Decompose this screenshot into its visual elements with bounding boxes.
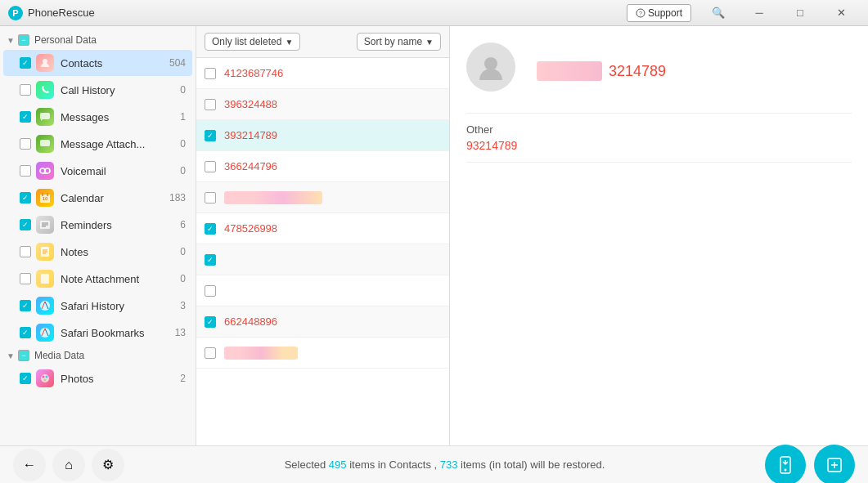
list-panel: Only list deleted ▼ Sort by name ▼ 41236…: [196, 26, 450, 445]
settings-button[interactable]: ⚙: [92, 449, 124, 481]
svg-point-7: [40, 168, 45, 173]
sidebar-section-media[interactable]: ▼ − Media Data: [0, 347, 196, 364]
messages-icon: [36, 108, 54, 126]
sidebar-item-call-history[interactable]: Call History 0: [3, 77, 192, 103]
call-history-check[interactable]: [20, 84, 31, 96]
personal-section-check[interactable]: −: [18, 34, 29, 46]
row-check[interactable]: [205, 285, 216, 297]
sidebar-item-calendar[interactable]: ✓ 10 Calendar 183: [3, 185, 192, 211]
list-item[interactable]: [196, 275, 449, 306]
list-item[interactable]: ✓: [196, 244, 449, 275]
notes-count: 0: [180, 246, 186, 257]
list-scroll: 4123687746 396324488 ✓ 393214789 3662447…: [196, 58, 449, 445]
voicemail-label: Voicemail: [61, 165, 180, 177]
message-attach-check[interactable]: [20, 138, 31, 150]
contact-avatar: [466, 42, 515, 92]
sidebar-item-safari-bookmarks[interactable]: ✓ Safari Bookmarks 13: [3, 320, 192, 346]
detail-section-value: 93214789: [466, 139, 852, 152]
bottom-nav-buttons: ← ⌂ ⚙: [13, 449, 124, 481]
back-button[interactable]: ←: [13, 449, 46, 481]
row-check[interactable]: [205, 68, 216, 79]
svg-point-35: [785, 468, 787, 471]
row-check[interactable]: [205, 347, 216, 359]
sidebar-item-voicemail[interactable]: Voicemail 0: [3, 158, 192, 184]
calendar-icon: 10: [36, 189, 54, 207]
note-attach-icon: [36, 270, 54, 288]
voicemail-check[interactable]: [20, 165, 31, 177]
svg-point-30: [43, 376, 45, 378]
svg-point-32: [44, 379, 47, 382]
total-count: 733: [440, 458, 458, 471]
reminders-label: Reminders: [61, 219, 180, 231]
row-text: 478526998: [224, 222, 277, 235]
svg-rect-22: [41, 274, 49, 284]
photos-icon: [36, 369, 54, 387]
media-section-check[interactable]: −: [18, 350, 29, 361]
messages-label: Messages: [61, 111, 180, 123]
restore-to-device-button[interactable]: [765, 445, 806, 484]
status-text: Selected 495 items in Contacts , 733 ite…: [137, 458, 752, 471]
calendar-count: 183: [169, 192, 186, 203]
home-button[interactable]: ⌂: [52, 449, 85, 481]
row-check[interactable]: [205, 192, 216, 203]
close-button[interactable]: ✕: [822, 0, 860, 26]
photos-check[interactable]: ✓: [20, 373, 31, 384]
note-attach-check[interactable]: [20, 273, 31, 284]
notes-check[interactable]: [20, 246, 31, 257]
list-item[interactable]: ✓ 393214789: [196, 120, 449, 151]
list-item[interactable]: ✓ 478526998: [196, 213, 449, 244]
reminders-check[interactable]: ✓: [20, 219, 31, 230]
personal-section-label: Personal Data: [34, 34, 97, 46]
support-button[interactable]: ? Support: [627, 4, 691, 22]
sidebar-item-messages[interactable]: ✓ Messages 1: [3, 104, 192, 130]
svg-rect-5: [40, 113, 50, 119]
search-button[interactable]: 🔍: [699, 0, 737, 26]
sidebar-item-safari-history[interactable]: ✓ Safari History 3: [3, 293, 192, 319]
minimize-button[interactable]: ─: [740, 0, 778, 26]
export-button[interactable]: [814, 445, 855, 484]
sidebar-item-notes[interactable]: Notes 0: [3, 239, 192, 265]
contacts-check[interactable]: ✓: [20, 57, 31, 69]
sidebar-item-contacts[interactable]: ✓ Contacts 504: [3, 50, 192, 76]
maximize-button[interactable]: □: [781, 0, 819, 26]
media-section-arrow: ▼: [7, 351, 15, 360]
notes-label: Notes: [61, 246, 180, 258]
safari-bookmarks-count: 13: [175, 327, 186, 338]
safari-bookmarks-icon: [36, 324, 54, 342]
filter-button[interactable]: Only list deleted ▼: [205, 33, 300, 51]
list-item[interactable]: [196, 182, 449, 213]
sort-arrow-icon: ▼: [425, 38, 434, 47]
row-check[interactable]: ✓: [205, 316, 216, 328]
sidebar-item-note-attachment[interactable]: Note Attachment 0: [3, 266, 192, 292]
row-check[interactable]: ✓: [205, 254, 216, 266]
svg-rect-6: [40, 140, 50, 146]
safari-history-label: Safari History: [61, 300, 180, 312]
row-check[interactable]: [205, 161, 216, 172]
calendar-check[interactable]: ✓: [20, 192, 31, 203]
list-item[interactable]: 366244796: [196, 151, 449, 182]
sort-button[interactable]: Sort by name ▼: [357, 33, 441, 51]
sidebar-item-reminders[interactable]: ✓ Reminders 6: [3, 212, 192, 238]
row-check[interactable]: [205, 99, 216, 110]
safari-history-check[interactable]: ✓: [20, 300, 31, 311]
selected-type: Contacts: [389, 458, 431, 471]
detail-name-area: 3214789: [537, 61, 666, 81]
media-section-label: Media Data: [34, 350, 84, 361]
list-item[interactable]: ✓ 662448896: [196, 306, 449, 338]
contact-name-blurred: [537, 61, 602, 81]
detail-panel: 3214789 Other 93214789: [450, 26, 868, 445]
sidebar-item-message-attach[interactable]: Message Attach... 0: [3, 131, 192, 157]
messages-check[interactable]: ✓: [20, 111, 31, 123]
safari-bookmarks-check[interactable]: ✓: [20, 327, 31, 338]
sidebar-section-personal[interactable]: ▼ − Personal Data: [0, 31, 196, 49]
list-item[interactable]: 4123687746: [196, 58, 449, 89]
list-item[interactable]: 396324488: [196, 89, 449, 120]
list-item[interactable]: [196, 338, 449, 369]
row-check[interactable]: ✓: [205, 130, 216, 141]
note-attach-label: Note Attachment: [61, 273, 180, 285]
personal-section-arrow: ▼: [7, 36, 15, 45]
call-icon: [36, 81, 54, 99]
sidebar-item-photos[interactable]: ✓ Photos 2: [3, 365, 192, 391]
row-check[interactable]: ✓: [205, 223, 216, 235]
message-attach-count: 0: [180, 138, 186, 150]
